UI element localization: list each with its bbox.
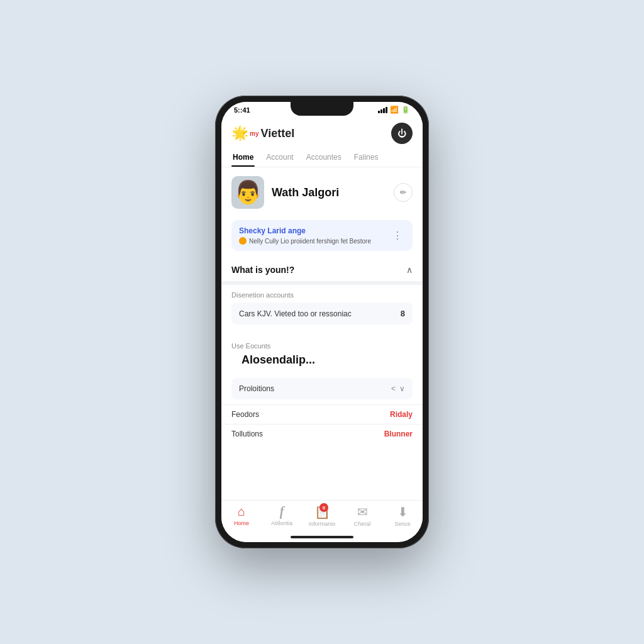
- info-card-dot-icon: [239, 237, 247, 245]
- cheral-icon: ✉: [357, 504, 368, 519]
- disenetion-badge: 8: [401, 309, 405, 318]
- power-icon: ⏻: [397, 128, 406, 138]
- signal-icon: [378, 107, 387, 113]
- use-eocunts-title: Alosendalip...: [231, 353, 413, 372]
- status-icons: 📶 🔋: [378, 106, 410, 114]
- phone-frame: 5::41 📶 🔋 🌟 my Viettel: [215, 96, 429, 548]
- feedors-row[interactable]: Feodors Ridaly: [221, 404, 423, 424]
- tab-account[interactable]: Account: [265, 149, 294, 167]
- dropdown-row[interactable]: Proloitions < ∨: [231, 378, 413, 399]
- profile-name: Wath Jalgori: [272, 186, 386, 199]
- status-bar: 5::41 📶 🔋: [221, 102, 423, 116]
- home-bar: [291, 536, 353, 538]
- avatar-image: 👨: [234, 181, 262, 204]
- tab-home[interactable]: Home: [231, 149, 255, 167]
- dropdown-icons: < ∨: [391, 384, 405, 393]
- disenetion-item-text: Cars KJV. Vieted too or ressoniac: [239, 309, 352, 318]
- power-button[interactable]: ⏻: [391, 123, 413, 144]
- what-section-title: What is youn!?: [231, 265, 294, 275]
- info-card-sub: Nelly Cully Lio proiident fershign fet B…: [239, 237, 390, 245]
- tollutions-link[interactable]: Blunner: [384, 430, 413, 438]
- info-card-title: Shecky Larid ange: [239, 226, 390, 235]
- dropdown-left-icon: <: [391, 384, 396, 393]
- wifi-icon: 📶: [390, 106, 399, 114]
- home-icon: ⌂: [238, 504, 245, 519]
- nav-label-cheral: Cheral: [354, 521, 371, 527]
- tollutions-label: Tollutions: [231, 430, 263, 438]
- what-section-header[interactable]: What is youn!? ∧: [221, 258, 423, 281]
- feedors-link[interactable]: Ridaly: [390, 410, 413, 419]
- tab-accountes[interactable]: Accountes: [305, 149, 343, 167]
- info-card[interactable]: Shecky Larid ange Nelly Cully Lio proiid…: [231, 220, 413, 251]
- logo-my-text: my: [250, 130, 258, 137]
- tab-falines[interactable]: Falines: [353, 149, 380, 167]
- disenetion-label: Disenetion accounts: [231, 291, 413, 299]
- edit-icon: ✏: [400, 188, 406, 197]
- notch: [291, 102, 353, 116]
- bottom-nav: ⌂ Home f Atiilontia 📋 0 Informanio ✉ Che…: [221, 500, 423, 532]
- nav-label-sence: Sence: [394, 521, 411, 527]
- sence-icon: ⬇: [397, 504, 408, 519]
- logo-area: 🌟 my Viettel: [231, 125, 294, 142]
- nav-item-home[interactable]: ⌂ Home: [221, 504, 262, 527]
- app-content: 🌟 my Viettel ⏻ Home Account Accountes: [221, 116, 423, 500]
- tollutions-row[interactable]: Tollutions Blunner: [221, 424, 423, 443]
- disenetion-item[interactable]: Cars KJV. Vieted too or ressoniac 8: [231, 303, 413, 325]
- status-time: 5::41: [234, 106, 250, 114]
- nav-item-infor[interactable]: 📋 0 Informanio: [302, 504, 342, 527]
- app-header: 🌟 my Viettel ⏻: [221, 116, 423, 144]
- logo-star-icon: 🌟: [231, 125, 248, 142]
- nav-tabs: Home Account Accountes Falines: [221, 144, 423, 167]
- avatar: 👨: [231, 176, 264, 209]
- logo-viettel-text: Viettel: [260, 127, 294, 140]
- info-card-subtitle: Nelly Cully Lio proiident fershign fet B…: [249, 238, 371, 245]
- use-eocunts-section: Use Eocunts Alosendalip...: [221, 336, 423, 378]
- nav-label-atilon: Atiilontia: [271, 520, 292, 526]
- atilon-icon: f: [280, 504, 284, 519]
- nav-item-sence[interactable]: ⬇ Sence: [382, 504, 423, 527]
- collapse-icon[interactable]: ∧: [406, 265, 413, 275]
- dropdown-label: Proloitions: [239, 384, 274, 393]
- nav-label-infor: Informanio: [309, 521, 336, 527]
- dropdown-chevron-icon: ∨: [399, 384, 405, 393]
- disenetion-section: Disenetion accounts Cars KJV. Vieted too…: [221, 285, 423, 336]
- use-eocunts-label: Use Eocunts: [231, 342, 413, 350]
- nav-item-cheral[interactable]: ✉ Cheral: [342, 504, 382, 527]
- feedors-label: Feodors: [231, 410, 259, 419]
- info-card-menu-button[interactable]: ⋮: [390, 227, 405, 244]
- edit-profile-button[interactable]: ✏: [394, 183, 413, 202]
- profile-section: 👨 Wath Jalgori ✏: [221, 167, 423, 218]
- nav-item-atilon[interactable]: f Atiilontia: [262, 504, 302, 527]
- nav-label-home: Home: [234, 520, 249, 526]
- phone-screen: 5::41 📶 🔋 🌟 my Viettel: [221, 102, 423, 542]
- info-card-content: Shecky Larid ange Nelly Cully Lio proiid…: [239, 226, 390, 245]
- infor-badge: 0: [319, 503, 328, 512]
- home-indicator: [221, 532, 423, 542]
- battery-icon: 🔋: [401, 106, 410, 114]
